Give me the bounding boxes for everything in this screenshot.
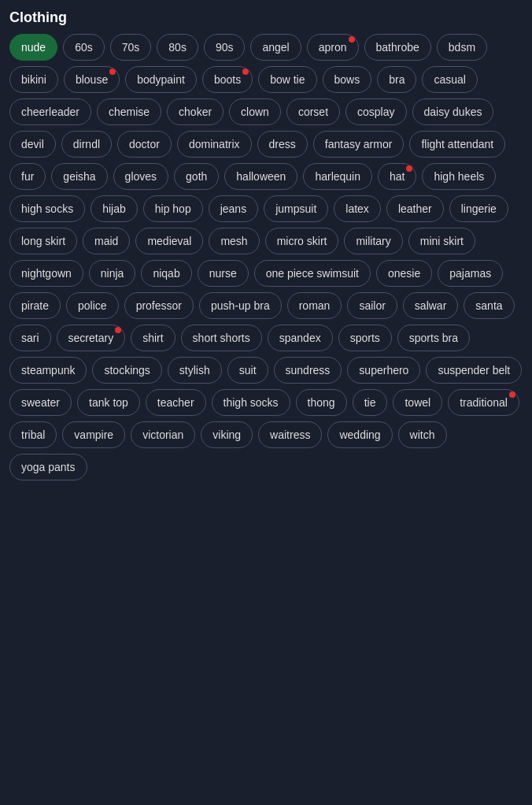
tag-nurse[interactable]: nurse <box>198 260 249 287</box>
tag-push-up-bra[interactable]: push-up bra <box>199 292 282 319</box>
tag-nude[interactable]: nude <box>9 34 57 61</box>
tag-jeans[interactable]: jeans <box>209 195 258 222</box>
tag-tie[interactable]: tie <box>353 389 388 416</box>
tag-bow-tie[interactable]: bow tie <box>258 66 316 93</box>
tag-jumpsuit[interactable]: jumpsuit <box>264 195 328 222</box>
tag-yoga-pants[interactable]: yoga pants <box>9 454 87 480</box>
tag-hijab[interactable]: hijab <box>91 195 138 222</box>
tag-vampire[interactable]: vampire <box>62 421 125 448</box>
tag-leather[interactable]: leather <box>386 195 444 222</box>
tag-clown[interactable]: clown <box>229 98 281 125</box>
tag-police[interactable]: police <box>66 292 119 319</box>
tag-sailor[interactable]: sailor <box>347 292 397 319</box>
tag-bows[interactable]: bows <box>323 66 372 93</box>
tag-professor[interactable]: professor <box>124 292 194 319</box>
tag-angel[interactable]: angel <box>250 34 301 61</box>
tag-micro-skirt[interactable]: micro skirt <box>265 228 339 254</box>
tag-flight-attendant[interactable]: flight attendant <box>409 131 505 158</box>
tag-cheerleader[interactable]: cheerleader <box>9 98 91 125</box>
tag-mesh[interactable]: mesh <box>209 228 259 254</box>
tag-wedding[interactable]: wedding <box>327 421 392 448</box>
tag-stylish[interactable]: stylish <box>168 357 222 384</box>
tag-apron[interactable]: apron <box>307 34 359 61</box>
tag-gloves[interactable]: gloves <box>113 163 168 190</box>
tag-ninja[interactable]: ninja <box>89 260 136 287</box>
tag-doctor[interactable]: doctor <box>117 131 172 158</box>
tag-90s[interactable]: 90s <box>204 34 246 61</box>
tag-niqab[interactable]: niqab <box>141 260 191 287</box>
tag-thigh-socks[interactable]: thigh socks <box>212 389 290 416</box>
tags-container: nude60s70s80s90sangelapronbathrobebdsmbi… <box>9 34 523 480</box>
tag-boots[interactable]: boots <box>202 66 253 93</box>
tag-goth[interactable]: goth <box>174 163 219 190</box>
tag-dominatrix[interactable]: dominatrix <box>177 131 252 158</box>
tag-long-skirt[interactable]: long skirt <box>9 228 77 254</box>
tag-hip-hop[interactable]: hip hop <box>143 195 203 222</box>
tag-blouse[interactable]: blouse <box>64 66 120 93</box>
tag-steampunk[interactable]: steampunk <box>9 357 87 384</box>
tag-pirate[interactable]: pirate <box>9 292 61 319</box>
tag-military[interactable]: military <box>344 228 402 254</box>
tag-stockings[interactable]: stockings <box>92 357 161 384</box>
tag-onesie[interactable]: onesie <box>376 260 432 287</box>
tag-pajamas[interactable]: pajamas <box>438 260 503 287</box>
tag-halloween[interactable]: halloween <box>224 163 297 190</box>
tag-cosplay[interactable]: cosplay <box>345 98 406 125</box>
tag-bra[interactable]: bra <box>377 66 416 93</box>
tag-80s[interactable]: 80s <box>157 34 198 61</box>
tag-geisha[interactable]: geisha <box>51 163 107 190</box>
tag-victorian[interactable]: victorian <box>131 421 195 448</box>
tag-thong[interactable]: thong <box>296 389 347 416</box>
tag-suit[interactable]: suit <box>227 357 268 384</box>
tag-fantasy-armor[interactable]: fantasy armor <box>313 131 405 158</box>
tag-chemise[interactable]: chemise <box>97 98 161 125</box>
tag-corset[interactable]: corset <box>286 98 340 125</box>
tag-medieval[interactable]: medieval <box>135 228 203 254</box>
tag-casual[interactable]: casual <box>422 66 477 93</box>
tag-high-socks[interactable]: high socks <box>9 195 85 222</box>
tag-salwar[interactable]: salwar <box>403 292 458 319</box>
tag-fur[interactable]: fur <box>9 163 46 190</box>
tag-dirndl[interactable]: dirndl <box>61 131 112 158</box>
tag-tribal[interactable]: tribal <box>9 421 57 448</box>
tag-bdsm[interactable]: bdsm <box>437 34 487 61</box>
tag-maid[interactable]: maid <box>83 228 130 254</box>
tag-towel[interactable]: towel <box>393 389 442 416</box>
tag-sari[interactable]: sari <box>9 325 51 351</box>
tag-witch[interactable]: witch <box>398 421 447 448</box>
tag-latex[interactable]: latex <box>334 195 381 222</box>
tag-70s[interactable]: 70s <box>110 34 152 61</box>
tag-superhero[interactable]: superhero <box>347 357 420 384</box>
tag-high-heels[interactable]: high heels <box>422 163 496 190</box>
tag-waitress[interactable]: waitress <box>258 421 322 448</box>
tag-tank-top[interactable]: tank top <box>77 389 140 416</box>
tag-sports-bra[interactable]: sports bra <box>397 325 470 351</box>
tag-traditional[interactable]: traditional <box>448 389 519 416</box>
tag-bodypaint[interactable]: bodypaint <box>125 66 197 93</box>
tag-60s[interactable]: 60s <box>63 34 105 61</box>
tag-sundress[interactable]: sundress <box>274 357 342 384</box>
tag-hat[interactable]: hat <box>378 163 416 190</box>
tag-teacher[interactable]: teacher <box>146 389 206 416</box>
tag-lingerie[interactable]: lingerie <box>449 195 508 222</box>
tag-sweater[interactable]: sweater <box>9 389 72 416</box>
tag-suspender-belt[interactable]: suspender belt <box>426 357 522 384</box>
tag-sports[interactable]: sports <box>338 325 392 351</box>
tag-choker[interactable]: choker <box>167 98 224 125</box>
tag-santa[interactable]: santa <box>464 292 514 319</box>
tag-nightgown[interactable]: nightgown <box>9 260 83 287</box>
tag-harlequin[interactable]: harlequin <box>303 163 372 190</box>
tag-spandex[interactable]: spandex <box>268 325 333 351</box>
tag-devil[interactable]: devil <box>9 131 56 158</box>
tag-shirt[interactable]: shirt <box>131 325 175 351</box>
tag-dress[interactable]: dress <box>257 131 308 158</box>
tag-one-piece-swimsuit[interactable]: one piece swimsuit <box>254 260 371 287</box>
tag-short-shorts[interactable]: short shorts <box>181 325 262 351</box>
tag-roman[interactable]: roman <box>287 292 342 319</box>
tag-viking[interactable]: viking <box>201 421 253 448</box>
tag-bikini[interactable]: bikini <box>9 66 58 93</box>
tag-secretary[interactable]: secretary <box>57 325 126 351</box>
tag-daisy-dukes[interactable]: daisy dukes <box>412 98 494 125</box>
tag-bathrobe[interactable]: bathrobe <box>364 34 431 61</box>
tag-mini-skirt[interactable]: mini skirt <box>408 228 475 254</box>
